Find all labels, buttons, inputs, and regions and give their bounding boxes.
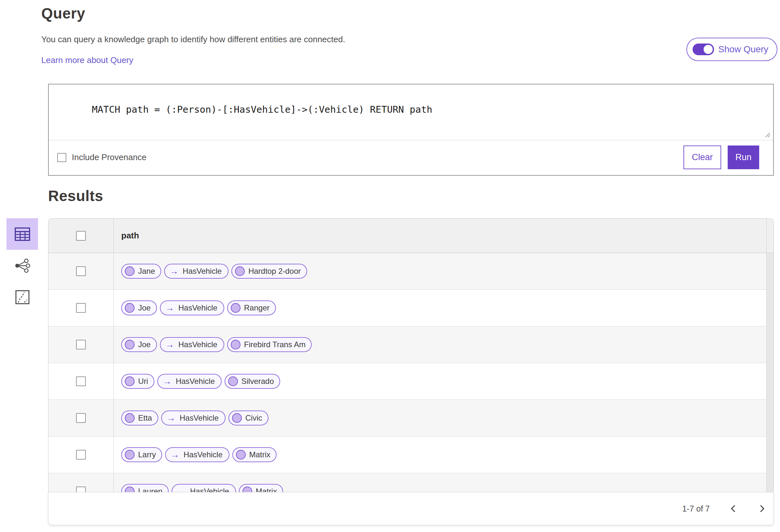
- node-circle-icon: [125, 413, 135, 423]
- entity-label: Uri: [138, 377, 148, 386]
- entity-pill[interactable]: Ranger: [227, 301, 276, 315]
- relationship-label: HasVehicle: [184, 450, 223, 459]
- entity-pill[interactable]: Civic: [229, 411, 269, 425]
- row-checkbox[interactable]: [76, 413, 86, 423]
- node-circle-icon: [125, 303, 135, 313]
- results-title: Results: [48, 187, 103, 205]
- relationship-label: HasVehicle: [176, 377, 215, 386]
- row-checkbox[interactable]: [76, 340, 86, 350]
- arrow-right-icon: →: [170, 450, 180, 459]
- select-all-cell: [48, 219, 114, 253]
- relationship-pill[interactable]: → HasVehicle: [164, 264, 229, 279]
- relationship-label: HasVehicle: [180, 414, 219, 423]
- chevron-left-icon: [730, 505, 737, 513]
- entity-pill[interactable]: Joe: [121, 301, 157, 315]
- toggle-switch-icon: [693, 44, 714, 55]
- query-panel-footer: Include Provenance Clear Run: [49, 140, 773, 174]
- relationship-label: HasVehicle: [179, 303, 217, 312]
- run-button[interactable]: Run: [728, 146, 759, 169]
- entity-pill[interactable]: Joe: [121, 337, 157, 352]
- row-checkbox[interactable]: [76, 303, 86, 313]
- node-circle-icon: [125, 340, 135, 350]
- entity-label: Ranger: [244, 303, 270, 312]
- relationship-label: HasVehicle: [179, 340, 217, 349]
- table-row: Joe → HasVehicle Ranger: [48, 290, 774, 326]
- table-row: Jane → HasVehicle Hardtop 2-door: [48, 253, 774, 290]
- entity-label: Larry: [138, 450, 156, 459]
- show-query-toggle-label: Show Query: [718, 44, 768, 55]
- entity-label: Joe: [138, 340, 151, 349]
- include-provenance-option: Include Provenance: [57, 152, 147, 162]
- table-view-button[interactable]: [6, 218, 38, 250]
- select-all-checkbox[interactable]: [76, 231, 86, 241]
- pagination-next-button[interactable]: [757, 503, 768, 514]
- arrow-right-icon: →: [163, 377, 172, 386]
- link-chart-view-button[interactable]: [6, 250, 38, 281]
- row-checkbox[interactable]: [76, 376, 86, 386]
- entity-pill[interactable]: Firebird Trans Am: [227, 337, 312, 352]
- relationship-pill[interactable]: → HasVehicle: [157, 374, 222, 389]
- node-circle-icon: [231, 303, 241, 313]
- page-description: You can query a knowledge graph to ident…: [41, 35, 345, 45]
- table-row: Joe → HasVehicle Firebird Trans Am: [48, 326, 774, 363]
- entity-label: Joe: [138, 303, 151, 312]
- link-chart-icon: [14, 259, 31, 273]
- entity-label: Civic: [245, 414, 262, 423]
- entity-label: Firebird Trans Am: [244, 340, 305, 349]
- table-row: Etta → HasVehicle Civic: [48, 400, 774, 436]
- node-circle-icon: [125, 266, 135, 276]
- show-query-toggle[interactable]: Show Query: [686, 38, 777, 61]
- pagination-bar: 1-7 of 7: [48, 492, 774, 525]
- map-view-button[interactable]: [6, 281, 38, 313]
- relationship-pill[interactable]: → HasVehicle: [165, 447, 230, 462]
- node-circle-icon: [125, 450, 135, 460]
- map-icon: [15, 290, 30, 304]
- entity-pill[interactable]: Larry: [121, 447, 162, 462]
- node-circle-icon: [235, 266, 245, 276]
- page-title: Query: [41, 5, 85, 22]
- chevron-right-icon: [759, 505, 766, 513]
- node-circle-icon: [232, 413, 242, 423]
- node-circle-icon: [125, 376, 135, 386]
- node-circle-icon: [236, 450, 246, 460]
- row-checkbox[interactable]: [76, 266, 86, 276]
- clear-button[interactable]: Clear: [683, 146, 721, 169]
- query-panel: MATCH path = (:Person)-[:HasVehicle]->(:…: [48, 84, 774, 176]
- relationship-label: HasVehicle: [183, 267, 222, 276]
- arrow-right-icon: →: [167, 414, 176, 423]
- pagination-prev-button[interactable]: [728, 503, 739, 514]
- toggle-knob: [703, 45, 713, 54]
- relationship-pill[interactable]: → HasVehicle: [161, 411, 226, 425]
- resize-handle-icon[interactable]: [765, 132, 771, 138]
- entity-label: Matrix: [249, 450, 271, 459]
- table-body: Jane → HasVehicle Hardtop 2-door Joe → H…: [48, 253, 774, 510]
- query-page: Query You can query a knowledge graph to…: [0, 0, 780, 532]
- entity-pill[interactable]: Jane: [121, 264, 161, 279]
- include-provenance-checkbox[interactable]: [57, 153, 66, 162]
- results-view-switcher: [6, 218, 38, 313]
- entity-pill[interactable]: Hardtop 2-door: [231, 264, 307, 279]
- learn-more-link[interactable]: Learn more about Query: [41, 55, 133, 65]
- entity-label: Hardtop 2-door: [248, 267, 301, 276]
- relationship-pill[interactable]: → HasVehicle: [160, 337, 224, 352]
- path-header-cell: path: [114, 219, 774, 253]
- node-circle-icon: [228, 376, 238, 386]
- query-input[interactable]: MATCH path = (:Person)-[:HasVehicle]->(:…: [49, 85, 773, 140]
- entity-label: Etta: [138, 414, 152, 423]
- query-buttons: Clear Run: [683, 146, 759, 169]
- table-scrollbar[interactable]: [766, 219, 774, 509]
- results-table: path Jane → HasVehicle Hardtop 2-door: [48, 218, 774, 510]
- entity-pill[interactable]: Silverado: [225, 374, 280, 389]
- entity-pill[interactable]: Uri: [121, 374, 154, 389]
- entity-pill[interactable]: Etta: [121, 411, 158, 425]
- row-checkbox[interactable]: [76, 450, 86, 460]
- entity-pill[interactable]: Matrix: [232, 447, 277, 462]
- table-icon: [15, 227, 30, 241]
- entity-label: Jane: [138, 267, 155, 276]
- relationship-pill[interactable]: → HasVehicle: [160, 301, 224, 315]
- table-row: Uri → HasVehicle Silverado: [48, 363, 774, 400]
- table-row: Larry → HasVehicle Matrix: [48, 436, 774, 473]
- entity-label: Silverado: [241, 377, 274, 386]
- arrow-right-icon: →: [165, 304, 174, 312]
- arrow-right-icon: →: [165, 340, 174, 349]
